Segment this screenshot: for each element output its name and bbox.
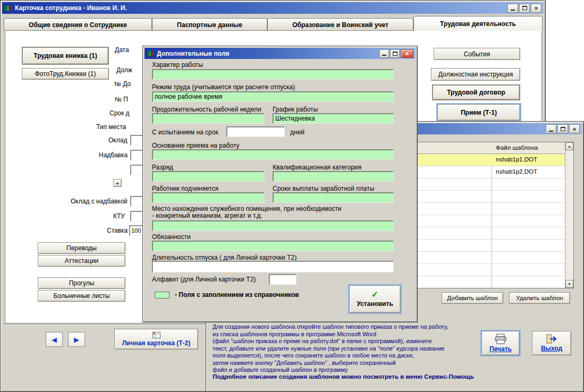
hire-basis-input[interactable] — [152, 149, 394, 160]
app-icon — [147, 50, 154, 57]
label-alphabet: Алфавит (для Личной карточки Т2) — [152, 276, 256, 284]
close-icon[interactable]: × — [531, 4, 541, 13]
label-salary-with-bonus: Оклад с надбавкой — [71, 198, 128, 206]
attestations-button[interactable]: Аттестации — [38, 255, 125, 267]
scroll-up-icon[interactable]: ▲ — [565, 142, 573, 150]
install-label: Установить — [357, 300, 393, 308]
template-instructions: Для создания нового шаблона откройте шаб… — [213, 323, 478, 374]
install-button[interactable]: ✓ Установить — [349, 285, 401, 313]
label-place-type: Тип места — [96, 123, 126, 131]
template-file-name: nshab1p2.DOT — [496, 168, 537, 175]
label-probation: С испытанием на срок — [152, 129, 218, 137]
tab-strip: Общие сведения о Сотруднике Паспортные д… — [4, 16, 543, 31]
events-button[interactable]: События — [434, 48, 520, 60]
next-icon: ▶ — [74, 336, 79, 344]
dialog-title: Дополнительные поля — [157, 50, 377, 57]
transfers-button[interactable]: Переводы — [38, 242, 125, 254]
vacation-length-input[interactable] — [152, 261, 394, 272]
file-column-header: Файл шаблона — [496, 144, 538, 151]
main-titlebar[interactable]: Карточка сотрудника - Иванов И. И. × — [2, 2, 544, 14]
hire-t1-button[interactable]: Прием (Т-1) — [437, 104, 520, 121]
vertical-scrollbar[interactable]: ▲ ▼ — [565, 142, 573, 288]
dialog-window-controls: × — [379, 49, 413, 58]
prev-icon: ◀ — [52, 336, 57, 344]
label-rate: Ставка — [107, 227, 128, 235]
label-term: Срок д — [109, 109, 130, 117]
additional-fields-dialog: Дополнительные поля × Характер работы Ре… — [142, 46, 418, 322]
next-record-button[interactable]: ▶ — [68, 332, 85, 347]
label-hire-basis: Основание приема на работу — [152, 142, 240, 150]
reports-to-input[interactable] — [152, 192, 265, 203]
photo-work-book-button[interactable]: ФотоТруд.Книжки (1) — [22, 68, 109, 80]
personal-card-t2-button[interactable]: Личная карточка (Т-2) — [114, 329, 198, 350]
minimize-icon[interactable] — [507, 4, 518, 13]
label-pay-terms: Сроки выплаты заработной платы — [273, 185, 374, 193]
work-mode-input[interactable] — [152, 91, 394, 102]
qualification-input[interactable] — [273, 171, 394, 182]
maximize-icon[interactable] — [557, 124, 568, 133]
workplace-location-input[interactable] — [152, 220, 394, 231]
label-week-length: Продолжительность рабочей недели — [152, 106, 261, 114]
job-description-button[interactable]: Должностная инструкция — [431, 68, 520, 81]
work-nature-input[interactable] — [152, 69, 394, 80]
templates-window-controls: × — [546, 124, 580, 133]
exit-label: Выход — [541, 345, 562, 352]
help-note: Подробное описание создания шаблонов мож… — [213, 373, 521, 381]
green-legend-swatch — [155, 292, 170, 299]
tab-education-military[interactable]: Образование и Воинский учет — [267, 18, 413, 31]
personal-card-label: Личная карточка (Т-2) — [122, 339, 191, 347]
print-button[interactable]: Печать — [481, 331, 520, 355]
legend-text: - Поля с заполнением из справочников — [175, 291, 299, 299]
label-order-number: № П — [115, 96, 128, 104]
label-work-mode: Режим труда (учитывается при расчете отп… — [152, 83, 295, 91]
delete-template-button[interactable]: Удалить шаблон — [509, 292, 570, 304]
close-icon[interactable]: × — [569, 124, 580, 133]
label-workplace-location: Место нахождения служебного помещения, п… — [152, 206, 342, 219]
label-date: Дата — [115, 46, 129, 54]
label-reports-to: Работник подчиняется — [152, 185, 218, 193]
label-work-schedule: График работы — [273, 106, 318, 114]
labor-contract-button[interactable]: Трудовой договор — [432, 84, 520, 100]
label-days: дней — [290, 129, 304, 137]
week-length-input[interactable] — [152, 113, 265, 124]
maximize-icon[interactable] — [390, 49, 400, 58]
label-doc-number: № До — [114, 80, 131, 88]
personal-card-icon — [153, 332, 160, 338]
work-schedule-input[interactable] — [273, 113, 394, 124]
prev-record-button[interactable]: ◀ — [46, 332, 63, 347]
tab-passport-data[interactable]: Паспортные данные — [152, 18, 267, 31]
duties-input[interactable] — [152, 241, 394, 251]
exit-button[interactable]: Выход — [532, 331, 571, 355]
label-salary: Оклад — [108, 137, 127, 144]
tab-labor-activity[interactable]: Трудовая деятельность — [413, 16, 543, 31]
alphabet-input[interactable] — [269, 274, 297, 285]
main-window-controls: × — [507, 4, 541, 13]
template-file-name: nshab1p1.DOT — [496, 156, 537, 163]
label-grade: Разряд — [152, 164, 173, 172]
absences-button[interactable]: Прогулы — [38, 277, 125, 289]
label-work-nature: Характер работы — [152, 61, 203, 69]
check-icon: ✓ — [371, 291, 378, 299]
dialog-titlebar[interactable]: Дополнительные поля × — [145, 48, 416, 59]
printer-icon — [494, 334, 507, 344]
pay-terms-input[interactable] — [273, 192, 394, 203]
print-label: Печать — [489, 345, 512, 353]
minimize-icon[interactable] — [379, 49, 389, 58]
scroll-down-icon[interactable]: ▼ — [565, 280, 573, 288]
label-ktu: КТУ — [113, 212, 125, 220]
main-window-title: Карточка сотрудника - Иванов И. И. — [15, 4, 505, 12]
label-qualification: Квалификационная категория — [273, 164, 361, 172]
maximize-icon[interactable] — [519, 4, 530, 13]
tab-general-info[interactable]: Общие сведения о Сотруднике — [4, 18, 152, 31]
add-template-button[interactable]: Добавить шаблон — [442, 292, 503, 304]
work-book-button[interactable]: Трудовая книжка (1) — [22, 47, 109, 65]
close-icon[interactable]: × — [401, 49, 413, 58]
grade-input[interactable] — [152, 171, 265, 182]
plus-button[interactable]: + — [113, 179, 122, 187]
probation-input[interactable] — [226, 126, 285, 137]
sick-leaves-button[interactable]: Больничные листы — [38, 290, 125, 302]
minimize-icon[interactable] — [546, 124, 556, 133]
label-duties: Обязанности — [152, 233, 191, 241]
label-bonus: Надбавка — [99, 151, 128, 159]
exit-icon — [546, 334, 557, 344]
